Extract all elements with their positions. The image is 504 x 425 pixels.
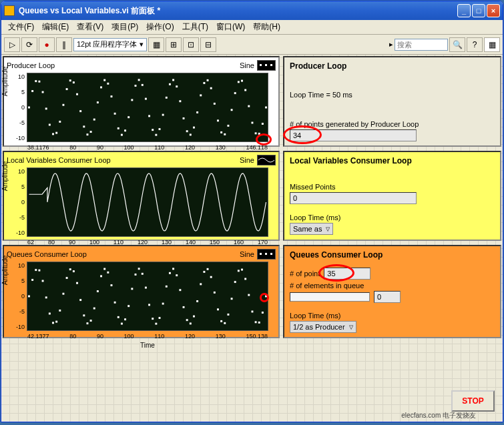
align-button[interactable]: ▦ — [148, 37, 164, 52]
svg-rect-5 — [35, 80, 37, 82]
run-continuous-button[interactable]: ⟳ — [21, 37, 37, 52]
svg-rect-136 — [234, 281, 236, 283]
svg-rect-56 — [210, 87, 212, 89]
svg-rect-137 — [238, 270, 240, 272]
local-graph-panel: Local Variables Consumer Loop Sine Ampli… — [3, 151, 280, 241]
producer-legend[interactable]: Sine — [240, 60, 276, 71]
svg-rect-123 — [190, 322, 192, 324]
menu-file[interactable]: 文件(F) — [4, 20, 38, 34]
front-panel: Producer Loop Sine Amplitude 1050-5-10 — [1, 55, 503, 422]
svg-rect-52 — [196, 111, 198, 113]
svg-rect-67 — [248, 105, 250, 107]
toolbar: ▷ ⟳ ● ‖ 12pt 应用程序字体 ▾ ▦ ⊞ ⊡ ⊟ ▸ 🔍 ? ▦ — [1, 35, 503, 55]
svg-rect-71 — [262, 123, 264, 125]
menu-edit[interactable]: 编辑(E) — [38, 20, 73, 34]
menu-window[interactable]: 窗口(W) — [212, 20, 249, 34]
local-legend[interactable]: Sine — [240, 155, 276, 165]
svg-rect-140 — [248, 294, 250, 296]
svg-rect-134 — [227, 314, 229, 316]
svg-rect-106 — [131, 288, 133, 290]
menu-project[interactable]: 项目(P) — [107, 20, 142, 34]
stop-button[interactable]: STOP — [451, 390, 495, 412]
close-button[interactable]: × — [487, 4, 500, 17]
svg-rect-24 — [100, 86, 102, 88]
search-prev-icon[interactable]: ▸ — [389, 40, 393, 49]
svg-rect-65 — [241, 80, 243, 82]
minimize-button[interactable]: _ — [457, 4, 471, 17]
svg-rect-117 — [169, 272, 171, 274]
pause-button[interactable]: ‖ — [56, 37, 72, 52]
titlebar[interactable]: Queues vs Local Variables.vi 前面板 * _ □ × — [1, 1, 503, 20]
producer-graph-title: Producer Loop — [7, 61, 55, 69]
queues-graph[interactable]: Amplitude 1050-5-10 42.13778090100110120… — [27, 262, 268, 331]
svg-rect-84 — [55, 321, 57, 323]
producer-graph[interactable]: Amplitude 1050-5-10 38.11768090100110120… — [27, 73, 268, 142]
producer-y-axis: 1050-5-10 — [10, 73, 25, 141]
svg-rect-73 — [260, 253, 262, 255]
local-loop-dropdown[interactable]: Same as ▽ — [290, 223, 333, 235]
svg-rect-105 — [128, 305, 130, 307]
producer-info-title: Producer Loop — [290, 61, 495, 71]
svg-rect-54 — [203, 82, 205, 84]
svg-rect-78 — [35, 269, 37, 271]
producer-points-value: 34 — [290, 129, 417, 141]
svg-rect-114 — [159, 317, 161, 319]
svg-rect-34 — [135, 85, 137, 87]
svg-rect-69 — [255, 132, 257, 134]
font-selector[interactable]: 12pt 应用程序字体 ▾ — [73, 38, 147, 51]
queues-info-panel: Queues Consumer Loop # of point 35 # of … — [283, 245, 501, 338]
svg-rect-85 — [59, 310, 61, 312]
maximize-button[interactable]: □ — [472, 4, 485, 17]
svg-rect-64 — [238, 81, 240, 83]
svg-rect-53 — [200, 94, 202, 96]
svg-rect-33 — [131, 99, 133, 101]
menu-tools[interactable]: 工具(T) — [178, 20, 212, 34]
svg-rect-30 — [121, 134, 123, 136]
menu-view[interactable]: 查看(V) — [73, 20, 107, 34]
svg-rect-10 — [52, 133, 54, 135]
producer-loop-time: Loop Time = 50 ms — [290, 91, 495, 99]
vi-icon[interactable]: ▦ — [484, 37, 500, 52]
svg-rect-13 — [62, 104, 64, 106]
local-info-title: Local Variables Consumer Loop — [290, 156, 495, 165]
distribute-button[interactable]: ⊞ — [166, 37, 182, 52]
svg-rect-38 — [148, 115, 150, 117]
local-graph[interactable]: Amplitude 1050-5-10 62809010011012013014… — [27, 167, 268, 237]
svg-rect-82 — [49, 313, 51, 315]
svg-rect-130 — [214, 292, 216, 294]
svg-rect-122 — [186, 319, 188, 321]
producer-x-axis: 38.11768090100110120130146.118 — [27, 144, 268, 151]
svg-rect-128 — [207, 268, 209, 270]
svg-rect-14 — [66, 88, 68, 90]
svg-rect-120 — [179, 289, 181, 291]
svg-rect-80 — [42, 280, 44, 282]
queue-fill-slider[interactable] — [290, 292, 370, 302]
help-icon[interactable]: ? — [467, 37, 483, 52]
app-icon — [4, 5, 15, 16]
queues-legend[interactable]: Sine — [240, 249, 276, 260]
svg-rect-12 — [59, 121, 61, 123]
svg-rect-23 — [97, 101, 99, 103]
svg-rect-97 — [100, 275, 102, 277]
chevron-down-icon: ▽ — [349, 324, 353, 330]
reorder-button[interactable]: ⊟ — [200, 37, 216, 52]
run-button[interactable]: ▷ — [4, 37, 20, 52]
queues-loop-dropdown[interactable]: 1/2 as Producer ▽ — [290, 321, 356, 333]
menu-operate[interactable]: 操作(O) — [142, 20, 178, 34]
svg-rect-51 — [193, 127, 195, 129]
svg-rect-99 — [107, 272, 109, 274]
svg-rect-131 — [217, 308, 219, 310]
abort-button[interactable]: ● — [39, 37, 55, 52]
search-input[interactable] — [395, 39, 448, 51]
svg-rect-141 — [251, 311, 253, 313]
menu-help[interactable]: 帮助(H) — [249, 20, 284, 34]
search-icon[interactable]: 🔍 — [449, 37, 465, 52]
resize-button[interactable]: ⊡ — [183, 37, 199, 52]
svg-rect-41 — [159, 128, 161, 130]
svg-rect-7 — [42, 91, 44, 93]
svg-rect-16 — [73, 81, 75, 83]
local-missed-label: Missed Points — [290, 183, 495, 191]
local-missed-value: 0 — [290, 192, 417, 204]
queues-info-title: Queues Consumer Loop — [290, 250, 495, 260]
queues-y-axis: 1050-5-10 — [10, 262, 25, 330]
